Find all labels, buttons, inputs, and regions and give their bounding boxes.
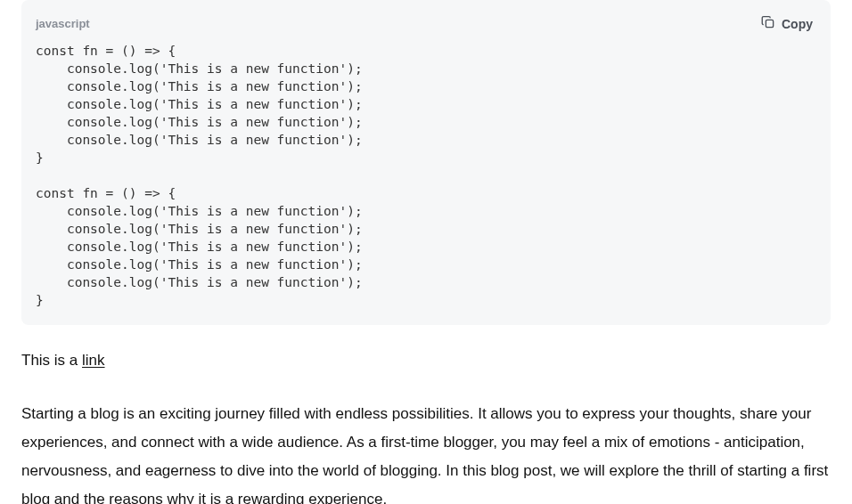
copy-icon (760, 14, 776, 33)
svg-rect-0 (766, 20, 773, 27)
body-paragraph: Starting a blog is an exciting journey f… (21, 400, 831, 504)
code-block-header: javascript Copy (36, 12, 816, 35)
code-block: javascript Copy const fn = () => { conso… (21, 0, 831, 325)
code-language-label: javascript (36, 17, 90, 30)
inline-link[interactable]: link (82, 352, 105, 369)
link-paragraph: This is a link (21, 346, 831, 375)
link-prefix-text: This is a (21, 352, 82, 369)
copy-button-label: Copy (782, 17, 813, 31)
code-content: const fn = () => { console.log('This is … (36, 42, 816, 309)
copy-button[interactable]: Copy (757, 12, 816, 35)
